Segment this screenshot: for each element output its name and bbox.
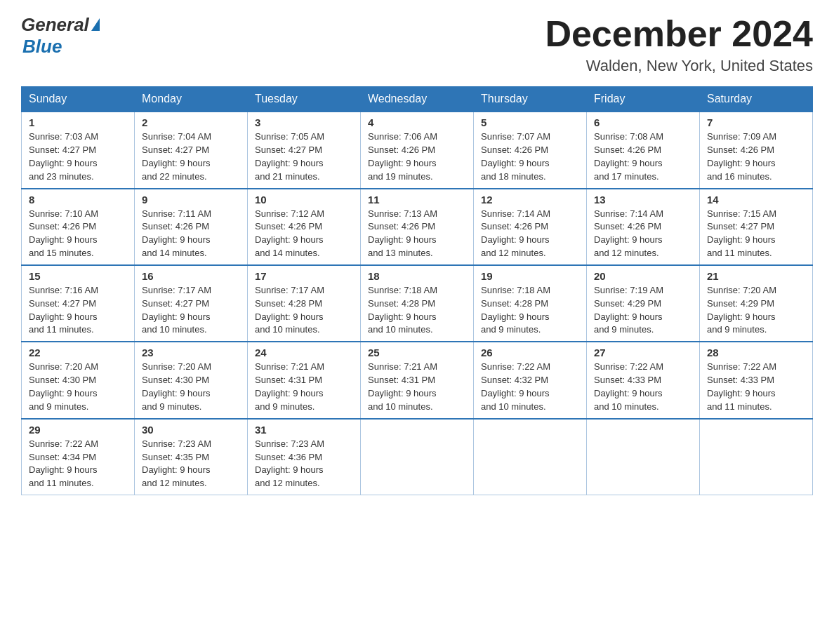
calendar-day-cell: 24 Sunrise: 7:21 AMSunset: 4:31 PMDaylig… <box>248 342 361 418</box>
day-number: 27 <box>594 347 692 358</box>
day-info: Sunrise: 7:10 AMSunset: 4:26 PMDaylight:… <box>29 208 98 259</box>
logo-triangle-icon <box>91 18 100 31</box>
day-number: 28 <box>707 347 805 358</box>
day-number: 19 <box>481 270 579 282</box>
calendar-day-cell: 21 Sunrise: 7:20 AMSunset: 4:29 PMDaylig… <box>700 265 813 342</box>
day-number: 25 <box>368 347 466 358</box>
day-info: Sunrise: 7:21 AMSunset: 4:31 PMDaylight:… <box>368 361 437 412</box>
col-tuesday: Tuesday <box>248 87 361 112</box>
day-info: Sunrise: 7:05 AMSunset: 4:27 PMDaylight:… <box>255 131 324 182</box>
calendar-day-cell <box>474 419 587 495</box>
calendar-day-cell: 19 Sunrise: 7:18 AMSunset: 4:28 PMDaylig… <box>474 265 587 342</box>
day-info: Sunrise: 7:21 AMSunset: 4:31 PMDaylight:… <box>255 361 324 412</box>
calendar-day-cell: 6 Sunrise: 7:08 AMSunset: 4:26 PMDayligh… <box>587 112 700 188</box>
calendar-title-area: December 2024 Walden, New York, United S… <box>545 14 813 75</box>
calendar-day-cell <box>587 419 700 495</box>
calendar-week-row: 15 Sunrise: 7:16 AMSunset: 4:27 PMDaylig… <box>22 265 813 342</box>
day-info: Sunrise: 7:20 AMSunset: 4:30 PMDaylight:… <box>142 361 211 412</box>
logo-blue-text: Blue <box>22 36 62 57</box>
calendar-day-cell: 17 Sunrise: 7:17 AMSunset: 4:28 PMDaylig… <box>248 265 361 342</box>
calendar-day-cell: 25 Sunrise: 7:21 AMSunset: 4:31 PMDaylig… <box>361 342 474 418</box>
day-number: 16 <box>142 270 240 282</box>
day-number: 3 <box>255 116 353 128</box>
day-number: 23 <box>142 347 240 358</box>
logo-general-eneral: eneral <box>35 14 89 36</box>
calendar-day-cell: 5 Sunrise: 7:07 AMSunset: 4:26 PMDayligh… <box>474 112 587 188</box>
col-saturday: Saturday <box>700 87 813 112</box>
col-friday: Friday <box>587 87 700 112</box>
day-number: 31 <box>255 424 353 436</box>
day-number: 20 <box>594 270 692 282</box>
day-info: Sunrise: 7:07 AMSunset: 4:26 PMDaylight:… <box>481 131 550 182</box>
day-number: 10 <box>255 194 353 206</box>
day-number: 6 <box>594 116 692 128</box>
day-number: 9 <box>142 194 240 206</box>
calendar-header-row: Sunday Monday Tuesday Wednesday Thursday… <box>22 87 813 112</box>
calendar-day-cell: 28 Sunrise: 7:22 AMSunset: 4:33 PMDaylig… <box>700 342 813 418</box>
day-number: 1 <box>29 116 127 128</box>
calendar-day-cell: 11 Sunrise: 7:13 AMSunset: 4:26 PMDaylig… <box>361 189 474 265</box>
day-number: 4 <box>368 116 466 128</box>
calendar-day-cell <box>700 419 813 495</box>
day-number: 29 <box>29 424 127 436</box>
day-info: Sunrise: 7:23 AMSunset: 4:35 PMDaylight:… <box>142 438 211 489</box>
col-monday: Monday <box>135 87 248 112</box>
calendar-location: Walden, New York, United States <box>545 57 813 75</box>
day-number: 21 <box>707 270 805 282</box>
calendar-week-row: 8 Sunrise: 7:10 AMSunset: 4:26 PMDayligh… <box>22 189 813 265</box>
calendar-day-cell: 29 Sunrise: 7:22 AMSunset: 4:34 PMDaylig… <box>22 419 135 495</box>
day-number: 30 <box>142 424 240 436</box>
page-header: G eneral Blue December 2024 Walden, New … <box>21 14 813 75</box>
day-number: 8 <box>29 194 127 206</box>
calendar-day-cell: 27 Sunrise: 7:22 AMSunset: 4:33 PMDaylig… <box>587 342 700 418</box>
day-info: Sunrise: 7:12 AMSunset: 4:26 PMDaylight:… <box>255 208 324 259</box>
calendar-day-cell: 12 Sunrise: 7:14 AMSunset: 4:26 PMDaylig… <box>474 189 587 265</box>
day-info: Sunrise: 7:14 AMSunset: 4:26 PMDaylight:… <box>481 208 550 259</box>
day-number: 18 <box>368 270 466 282</box>
calendar-day-cell: 2 Sunrise: 7:04 AMSunset: 4:27 PMDayligh… <box>135 112 248 188</box>
day-info: Sunrise: 7:09 AMSunset: 4:26 PMDaylight:… <box>707 131 776 182</box>
calendar-week-row: 29 Sunrise: 7:22 AMSunset: 4:34 PMDaylig… <box>22 419 813 495</box>
day-info: Sunrise: 7:22 AMSunset: 4:34 PMDaylight:… <box>29 438 98 489</box>
day-number: 24 <box>255 347 353 358</box>
day-info: Sunrise: 7:06 AMSunset: 4:26 PMDaylight:… <box>368 131 437 182</box>
day-info: Sunrise: 7:13 AMSunset: 4:26 PMDaylight:… <box>368 208 437 259</box>
calendar-day-cell: 9 Sunrise: 7:11 AMSunset: 4:26 PMDayligh… <box>135 189 248 265</box>
calendar-day-cell: 16 Sunrise: 7:17 AMSunset: 4:27 PMDaylig… <box>135 265 248 342</box>
calendar-day-cell: 13 Sunrise: 7:14 AMSunset: 4:26 PMDaylig… <box>587 189 700 265</box>
day-info: Sunrise: 7:23 AMSunset: 4:36 PMDaylight:… <box>255 438 324 489</box>
calendar-day-cell: 15 Sunrise: 7:16 AMSunset: 4:27 PMDaylig… <box>22 265 135 342</box>
calendar-day-cell: 1 Sunrise: 7:03 AMSunset: 4:27 PMDayligh… <box>22 112 135 188</box>
day-number: 5 <box>481 116 579 128</box>
calendar-week-row: 22 Sunrise: 7:20 AMSunset: 4:30 PMDaylig… <box>22 342 813 418</box>
day-info: Sunrise: 7:17 AMSunset: 4:27 PMDaylight:… <box>142 285 211 335</box>
calendar-day-cell: 4 Sunrise: 7:06 AMSunset: 4:26 PMDayligh… <box>361 112 474 188</box>
logo-general-g: G <box>21 14 35 36</box>
day-number: 26 <box>481 347 579 358</box>
day-info: Sunrise: 7:08 AMSunset: 4:26 PMDaylight:… <box>594 131 663 182</box>
calendar-day-cell: 22 Sunrise: 7:20 AMSunset: 4:30 PMDaylig… <box>22 342 135 418</box>
col-thursday: Thursday <box>474 87 587 112</box>
col-wednesday: Wednesday <box>361 87 474 112</box>
calendar-day-cell: 30 Sunrise: 7:23 AMSunset: 4:35 PMDaylig… <box>135 419 248 495</box>
day-info: Sunrise: 7:22 AMSunset: 4:32 PMDaylight:… <box>481 361 550 412</box>
calendar-day-cell: 10 Sunrise: 7:12 AMSunset: 4:26 PMDaylig… <box>248 189 361 265</box>
logo: G eneral Blue <box>21 14 100 58</box>
calendar-day-cell: 3 Sunrise: 7:05 AMSunset: 4:27 PMDayligh… <box>248 112 361 188</box>
day-number: 15 <box>29 270 127 282</box>
calendar-day-cell: 26 Sunrise: 7:22 AMSunset: 4:32 PMDaylig… <box>474 342 587 418</box>
calendar-day-cell: 31 Sunrise: 7:23 AMSunset: 4:36 PMDaylig… <box>248 419 361 495</box>
calendar-day-cell: 14 Sunrise: 7:15 AMSunset: 4:27 PMDaylig… <box>700 189 813 265</box>
day-info: Sunrise: 7:17 AMSunset: 4:28 PMDaylight:… <box>255 285 324 335</box>
calendar-month-year: December 2024 <box>545 14 813 54</box>
day-info: Sunrise: 7:04 AMSunset: 4:27 PMDaylight:… <box>142 131 211 182</box>
col-sunday: Sunday <box>22 87 135 112</box>
day-info: Sunrise: 7:20 AMSunset: 4:30 PMDaylight:… <box>29 361 98 412</box>
day-number: 17 <box>255 270 353 282</box>
calendar-day-cell: 8 Sunrise: 7:10 AMSunset: 4:26 PMDayligh… <box>22 189 135 265</box>
calendar-day-cell: 23 Sunrise: 7:20 AMSunset: 4:30 PMDaylig… <box>135 342 248 418</box>
day-number: 14 <box>707 194 805 206</box>
day-number: 2 <box>142 116 240 128</box>
day-info: Sunrise: 7:15 AMSunset: 4:27 PMDaylight:… <box>707 208 776 259</box>
calendar-day-cell: 20 Sunrise: 7:19 AMSunset: 4:29 PMDaylig… <box>587 265 700 342</box>
